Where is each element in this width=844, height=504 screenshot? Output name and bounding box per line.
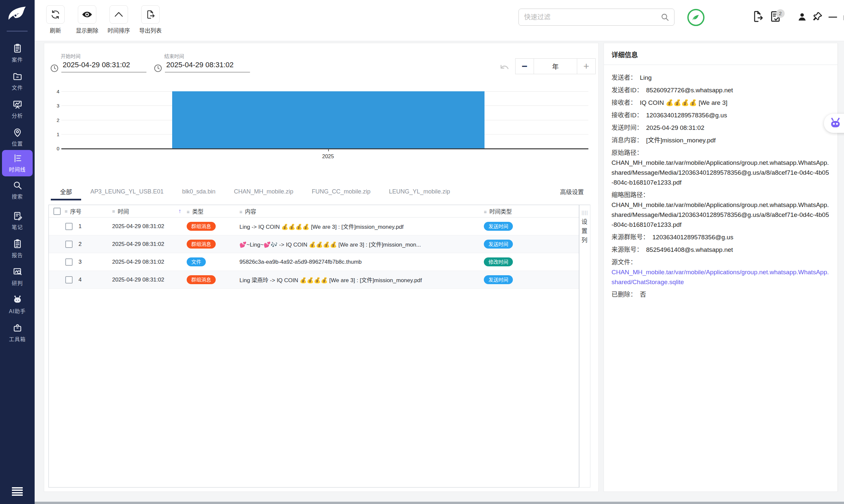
sidebar-item-analysis[interactable]: 分析 xyxy=(2,96,33,123)
column-menu-icon[interactable]: ≡ xyxy=(65,208,68,214)
search-input[interactable] xyxy=(519,14,660,21)
row-number: 1 xyxy=(78,223,82,230)
end-time-field: 结束时间 2025-04-29 08:31:02 xyxy=(154,52,250,73)
sidebar-item-notes[interactable]: 笔记 xyxy=(2,208,33,234)
sidebar-item-files[interactable]: 文件 xyxy=(2,68,33,95)
row-content: 95826c3a-ea9b-4a92-a5d9-896274fb7b8c.thu… xyxy=(235,259,480,265)
panel-scroll-edge xyxy=(838,43,838,492)
start-time-input[interactable]: 2025-04-29 08:31:02 xyxy=(61,61,146,73)
detail-panel: 详细信息 发送者：Ling 发送者ID：85260927726@s.whatsa… xyxy=(603,43,838,492)
advanced-settings-button[interactable]: 高级设置 xyxy=(560,187,592,196)
sidebar-item-search[interactable]: 搜索 xyxy=(2,177,33,203)
undo-icon[interactable] xyxy=(499,62,510,73)
sender-id-value: 85260927726@s.whatsapp.net xyxy=(646,85,733,95)
table-row[interactable]: 4 2025-04-29 08:31:02 群组消息 Ling 梁燕玲 -> I… xyxy=(49,271,579,289)
tab-source-5[interactable]: LEUNG_YL_mobile.zip xyxy=(380,183,459,200)
row-time: 2025-04-29 08:31:02 xyxy=(108,223,183,230)
zoom-out-button[interactable]: − xyxy=(515,58,534,74)
source-file-link[interactable]: CHAN_MH_mobile.tar/var/mobile/Applicatio… xyxy=(612,267,830,287)
search-icon[interactable] xyxy=(660,13,670,22)
column-header-no[interactable]: 序号 xyxy=(70,207,82,215)
x-tick-mark xyxy=(328,149,329,151)
row-checkbox[interactable] xyxy=(65,223,73,230)
export-list-button[interactable]: 导出列表 xyxy=(135,5,166,34)
sort-ascending-icon[interactable]: ↑ xyxy=(178,208,181,215)
row-checkbox[interactable] xyxy=(65,258,73,266)
time-sort-button[interactable]: 时间排序 xyxy=(103,5,135,34)
tab-source-3[interactable]: CHAN_MH_mobile.zip xyxy=(225,183,302,200)
chart-magnifier-icon xyxy=(13,267,22,277)
toolbar-button-label: 显示删除 xyxy=(71,26,103,34)
toolbar-button-label: 时间排序 xyxy=(103,26,135,34)
sidebar-item-research[interactable]: 研判 xyxy=(2,264,33,290)
sidebar-item-timeline[interactable]: 时间线 xyxy=(2,150,33,176)
column-settings-label: 设置列 xyxy=(580,218,590,246)
source-account-value: 85254961408@s.whatsapp.net xyxy=(646,245,733,255)
sidebar-item-label: 时间线 xyxy=(9,165,26,173)
tab-source-4[interactable]: FUNG_CC_mobile.zip xyxy=(302,183,380,200)
eye-icon xyxy=(82,9,93,20)
briefcase-icon xyxy=(13,323,22,333)
row-checkbox[interactable] xyxy=(65,276,73,284)
field-label: 接收者ID： xyxy=(612,110,643,120)
user-icon[interactable] xyxy=(797,12,807,22)
end-time-input[interactable]: 2025-04-29 08:31:02 xyxy=(165,61,250,73)
toolbar-button-label: 刷新 xyxy=(39,26,71,34)
table-row[interactable]: 1 2025-04-29 08:31:02 群组消息 Ling -> IQ CO… xyxy=(49,218,579,235)
sidebar-item-location[interactable]: 位置 xyxy=(2,124,33,151)
ai-assistant-float-button[interactable] xyxy=(824,114,844,133)
search-icon xyxy=(13,180,22,190)
original-path-value: CHAN_MH_mobile.tar/var/mobile/Applicatio… xyxy=(612,158,830,187)
drag-handle-icon[interactable]: |||| xyxy=(581,210,588,215)
export-data-icon[interactable] xyxy=(751,10,764,23)
column-header-type[interactable]: 类型 xyxy=(192,209,204,215)
column-settings-strip[interactable]: |||| 设置列 xyxy=(579,205,591,487)
send-time-value: 2025-04-29 08:31:02 xyxy=(646,123,704,133)
column-header-time[interactable]: 时间 xyxy=(118,207,129,215)
zoom-in-button[interactable]: + xyxy=(577,58,596,74)
y-tick: 4 xyxy=(51,89,59,94)
brand-status-icon[interactable] xyxy=(687,8,705,27)
sidebar-item-label: 案件 xyxy=(12,55,23,63)
show-deleted-button[interactable]: 显示删除 xyxy=(71,5,103,34)
refresh-button[interactable]: 刷新 xyxy=(39,5,71,34)
sidebar-menu-icon[interactable] xyxy=(12,487,23,496)
minimize-icon[interactable] xyxy=(828,16,838,18)
field-label: 接收者： xyxy=(612,98,636,108)
y-tick: 0 xyxy=(51,146,59,151)
sidebar-item-toolbox[interactable]: 工具箱 xyxy=(2,320,33,346)
chart-bar[interactable] xyxy=(172,91,485,148)
row-time: 2025-04-29 08:31:02 xyxy=(108,259,183,265)
table-scrollbar-track[interactable] xyxy=(591,205,599,487)
timeline-table: ≡序号 ≡时间↑ ≡类型 ≡内容 ≡时间类型 1 2025-04-29 08:3… xyxy=(49,205,579,487)
sidebar-item-report[interactable]: 报告 xyxy=(2,236,33,262)
clipboard-icon xyxy=(13,43,22,53)
zoom-unit-select[interactable]: 年 xyxy=(534,58,577,74)
column-header-time-type[interactable]: 时间类型 xyxy=(490,209,512,215)
select-all-checkbox[interactable] xyxy=(53,208,61,215)
pin-icon[interactable] xyxy=(812,11,823,22)
chart-plot-area[interactable]: 4 3 2 1 0 2025 xyxy=(61,91,588,149)
tab-source-1[interactable]: AP3_LEUNG_YL_USB.E01 xyxy=(81,183,173,200)
row-checkbox[interactable] xyxy=(65,241,73,248)
end-time-label: 结束时间 xyxy=(164,52,250,59)
robot-icon xyxy=(13,295,22,305)
sidebar-item-label: 工具箱 xyxy=(9,335,26,343)
table-row[interactable]: 3 2025-04-29 08:31:02 文件 95826c3a-ea9b-4… xyxy=(49,253,579,271)
column-menu-icon[interactable]: ≡ xyxy=(187,209,190,215)
table-row[interactable]: 2 2025-04-29 08:31:02 群组消息 💕~Ling~💕🎶 -> … xyxy=(49,235,579,253)
tab-all[interactable]: 全部 xyxy=(51,183,81,200)
column-menu-icon[interactable]: ≡ xyxy=(484,209,487,215)
tab-source-2[interactable]: blk0_sda.bin xyxy=(173,183,225,200)
column-menu-icon[interactable]: ≡ xyxy=(112,208,115,214)
folder-icon xyxy=(13,72,22,82)
column-header-content[interactable]: 内容 xyxy=(245,209,256,215)
sidebar-item-label: 研判 xyxy=(12,279,23,287)
field-label: 源文件： xyxy=(612,259,636,266)
field-label: 来源账号： xyxy=(612,245,643,255)
field-label: 缩略图路径： xyxy=(612,192,649,198)
sidebar-item-cases[interactable]: 案件 xyxy=(2,40,33,67)
column-menu-icon[interactable]: ≡ xyxy=(240,209,242,215)
deleted-value: 否 xyxy=(640,290,646,300)
sidebar-item-ai-assistant[interactable]: AI助手 xyxy=(2,292,33,318)
